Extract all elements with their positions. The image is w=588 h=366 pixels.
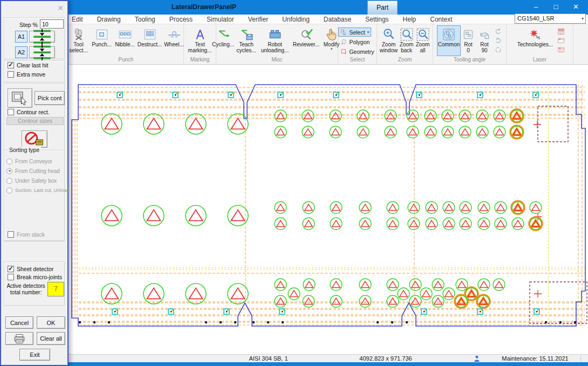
tool-hit[interactable]	[476, 110, 488, 122]
tool-hit[interactable]	[443, 202, 455, 213]
tool-hit[interactable]	[425, 110, 436, 122]
tool-hit-selected[interactable]	[455, 295, 468, 308]
ribbon-button-zoom-all[interactable]: Zoomall	[415, 25, 430, 56]
tool-hit[interactable]	[359, 218, 371, 230]
tool-hit[interactable]	[459, 110, 471, 122]
tool-hit[interactable]	[443, 218, 455, 230]
tool-hit[interactable]	[275, 279, 286, 291]
tool-hit[interactable]	[385, 126, 396, 138]
tool-hit[interactable]	[143, 114, 164, 134]
tool-hit[interactable]	[288, 288, 300, 300]
tool-hit[interactable]	[186, 284, 206, 304]
tool-hit[interactable]	[478, 202, 490, 213]
tool-hit[interactable]	[442, 110, 454, 122]
laser-3-icon[interactable]	[557, 46, 565, 54]
ribbon-button-cycling[interactable]: Cycling...	[212, 25, 235, 56]
menu-item-context[interactable]: Context	[423, 16, 459, 23]
ribbon-button-teach-cycles[interactable]: Teachcycles...	[235, 25, 258, 56]
ribbon-button-rot0[interactable]: Rot0	[461, 25, 476, 56]
tool-hit[interactable]	[186, 114, 206, 134]
tool-hit[interactable]	[493, 279, 505, 291]
minimize-button[interactable]: –	[526, 0, 546, 15]
ribbon-button-technologies[interactable]: Technologies...	[514, 25, 556, 56]
close-button[interactable]: ✕	[566, 0, 586, 15]
menu-item-process[interactable]: Process	[162, 16, 200, 23]
a2-button[interactable]: A2	[15, 46, 28, 58]
radio-from-conveyor[interactable]: From Conveyor	[6, 156, 69, 166]
ribbon-button-robot-unloading[interactable]: Robotunloading...	[258, 25, 292, 56]
from-stack-checkbox[interactable]: From stack	[8, 231, 45, 238]
rot-180-icon[interactable]	[494, 46, 502, 54]
break-micro-joints-checkbox[interactable]: Break micro-joints	[8, 274, 62, 280]
ribbon-button-tool-select[interactable]: Toolselect...	[67, 25, 91, 56]
tool-hit[interactable]	[407, 126, 419, 138]
tool-hit[interactable]	[459, 126, 471, 138]
tool-hit[interactable]	[359, 295, 371, 307]
ribbon-button-nibble[interactable]: Nibble...	[113, 25, 137, 56]
drawing-canvas[interactable]	[69, 65, 588, 355]
menu-item-tooling[interactable]: Tooling	[128, 16, 162, 23]
tool-hit[interactable]	[494, 110, 505, 122]
tool-hit[interactable]	[432, 295, 444, 307]
tool-hit[interactable]	[228, 205, 248, 226]
tool-hit[interactable]	[420, 288, 432, 300]
menu-item-drawing[interactable]: Drawing	[90, 16, 128, 23]
tool-hit[interactable]	[426, 218, 437, 230]
tool-hit[interactable]	[456, 279, 468, 291]
print-button[interactable]	[5, 332, 33, 345]
tool-hit[interactable]	[303, 295, 314, 307]
tab-part[interactable]: Part	[367, 1, 398, 15]
tool-hit[interactable]	[143, 205, 164, 226]
a1-button[interactable]: A1	[15, 31, 28, 43]
tool-hit[interactable]	[425, 126, 436, 138]
menu-item-edit[interactable]: Edit	[65, 16, 90, 23]
tool-hit[interactable]	[275, 202, 286, 213]
tool-hit-selected[interactable]	[477, 295, 490, 308]
tool-hit[interactable]	[442, 126, 454, 138]
tool-hit[interactable]	[275, 110, 286, 122]
menu-item-unfolding[interactable]: Unfolding	[275, 16, 317, 23]
pick-contour-tool-button[interactable]	[8, 88, 32, 108]
tool-hit[interactable]	[387, 202, 399, 213]
tool-hit[interactable]	[408, 218, 420, 230]
ribbon-button-polygon[interactable]: Polygon	[338, 37, 372, 46]
tool-hit[interactable]	[478, 279, 490, 291]
radio-under-safety-box[interactable]: Under Safety box	[6, 176, 69, 185]
menu-item-help[interactable]: Help	[396, 16, 423, 23]
tool-hit-selected[interactable]	[529, 217, 542, 230]
rot-ccw-icon[interactable]	[494, 27, 502, 36]
tool-hit[interactable]	[303, 218, 314, 230]
menu-item-database[interactable]: Database	[317, 16, 358, 23]
close-icon[interactable]: ✕	[57, 4, 64, 12]
extra-move-checkbox[interactable]: Extra move	[8, 71, 45, 78]
ribbon-button-punch[interactable]: Punch...	[91, 25, 113, 56]
tool-hit[interactable]	[275, 126, 286, 138]
tool-hit[interactable]	[398, 288, 409, 300]
tool-hit[interactable]	[495, 218, 507, 230]
machine-select[interactable]: CG1540_LSR ▾	[515, 13, 586, 24]
tool-hit[interactable]	[101, 284, 122, 304]
tool-hit[interactable]	[409, 279, 421, 291]
ribbon-button-text-marking[interactable]: Textmarking...	[186, 25, 215, 56]
sheet-detector-checkbox[interactable]: Sheet detector	[8, 266, 53, 272]
tool-hit[interactable]	[303, 202, 314, 213]
tool-hit[interactable]	[387, 279, 399, 291]
tool-hit[interactable]	[443, 288, 455, 300]
tool-hit[interactable]	[408, 202, 420, 213]
tool-hit[interactable]	[494, 126, 505, 138]
exit-button[interactable]: Exit	[19, 349, 50, 361]
tool-hit[interactable]	[275, 295, 286, 307]
radio-suction-last-cut-unload[interactable]: Suction, Last cut, Unload	[6, 185, 69, 195]
maximize-button[interactable]: □	[546, 0, 566, 15]
tool-hit[interactable]	[432, 279, 444, 291]
menu-item-settings[interactable]: Settings	[358, 16, 395, 23]
radio-from-cutting-head[interactable]: From Cutting head	[6, 166, 69, 176]
tool-hit[interactable]	[101, 205, 122, 226]
tool-hit[interactable]	[101, 114, 122, 134]
contour-rect-checkbox[interactable]: Contour rect.	[8, 109, 50, 115]
laser-1-icon[interactable]	[557, 27, 565, 36]
menu-item-verifier[interactable]: Verifier	[241, 16, 275, 23]
tool-hit[interactable]	[359, 202, 371, 213]
tool-hit[interactable]	[387, 295, 399, 307]
tool-hit[interactable]	[495, 202, 507, 213]
